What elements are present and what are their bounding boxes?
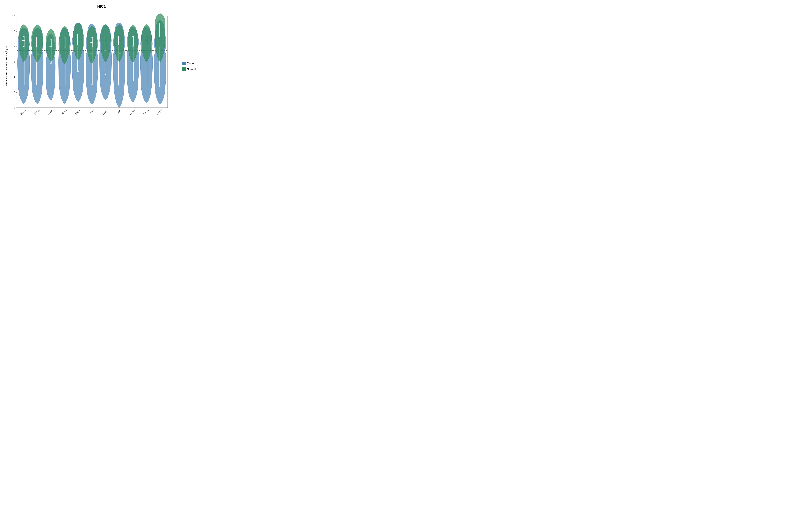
violin-ucec xyxy=(154,13,166,104)
violin-prad xyxy=(127,25,139,102)
violin-hnsc xyxy=(58,26,71,104)
svg-text:0: 0 xyxy=(14,107,15,109)
violin-thca xyxy=(140,24,153,103)
x-label-kich: KICH xyxy=(75,109,81,115)
violin-plot-svg: 0 2 4 6 8 xyxy=(8,10,179,122)
svg-text:12: 12 xyxy=(12,15,15,17)
chart-title: HIC1 xyxy=(97,4,106,9)
violin-kirc xyxy=(86,24,98,104)
svg-container: 0 2 4 6 8 xyxy=(8,10,179,122)
x-label-blca: BLCA xyxy=(20,109,26,115)
violin-blca xyxy=(17,25,30,104)
svg-text:6: 6 xyxy=(14,61,15,63)
legend-label-normal: Normal xyxy=(187,68,196,71)
svg-text:2: 2 xyxy=(14,91,15,94)
violin-luad xyxy=(99,24,112,100)
legend-item-normal: Normal xyxy=(182,67,199,71)
legend-color-normal xyxy=(182,67,186,71)
violin-lusc xyxy=(113,23,125,108)
x-label-ucec: UCEC xyxy=(156,109,163,115)
y-axis-label: mRNA Expression (RNASeq V2, log2) xyxy=(4,10,8,122)
x-label-prad: PRAD xyxy=(129,109,136,115)
svg-text:8: 8 xyxy=(14,45,15,48)
svg-text:10: 10 xyxy=(12,30,15,33)
x-label-lusc: LUSC xyxy=(115,109,122,115)
x-axis: BLCA BRCA COAD HNSC KICH KIRC LUAD LUSC … xyxy=(20,109,163,115)
y-axis: 0 2 4 6 8 xyxy=(12,15,17,109)
x-label-luad: LUAD xyxy=(102,109,108,115)
legend-item-tumor: Tumor xyxy=(182,62,199,65)
x-label-coad: COAD xyxy=(47,109,54,115)
legend: Tumor Normal xyxy=(179,10,199,122)
x-label-thca: THCA xyxy=(143,109,149,115)
legend-color-tumor xyxy=(182,62,186,65)
x-label-hnsc: HNSC xyxy=(61,109,67,115)
legend-label-tumor: Tumor xyxy=(187,62,195,65)
svg-text:4: 4 xyxy=(14,76,15,78)
violin-kich xyxy=(72,23,84,102)
chart-container: HIC1 mRNA Expression (RNASeq V2, log2) xyxy=(4,4,199,122)
violin-brca xyxy=(31,25,43,104)
x-label-brca: BRCA xyxy=(34,109,40,115)
x-label-kirc: KIRC xyxy=(89,109,94,115)
